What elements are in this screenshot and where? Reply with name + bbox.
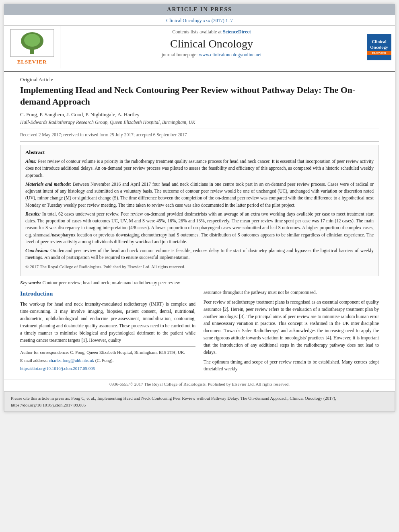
footnote-email-link[interactable]: charles.fong@uhb.nhs.uk	[49, 358, 94, 363]
col-right: assurance throughout the pathway must no…	[204, 289, 379, 376]
divider-1	[20, 129, 379, 129]
issn-line: 0936-6555/© 2017 The Royal College of Ra…	[4, 380, 395, 388]
footnote-email-line: E-mail address: charles.fong@uhb.nhs.uk …	[20, 357, 195, 364]
journal-header: Clinical Oncology xxx (2017) 1–7	[4, 15, 395, 72]
abstract-section: Abstract Aims: Peer review of contour vo…	[20, 145, 379, 276]
footnote-area: Author for correspondence: C. Fong, Quee…	[20, 346, 195, 376]
page: ARTICLE IN PRESS Clinical Oncology xxx (…	[4, 4, 395, 412]
abstract-aims: Aims: Peer review of contour volume is a…	[25, 158, 374, 179]
intro-left-p1: The work-up for head and neck intensity-…	[20, 301, 195, 344]
article-content: Original Article Implementing Head and N…	[4, 72, 395, 380]
clinical-oncology-logo: ClinicalOncology ELSEVIER	[367, 34, 391, 60]
copyright-line: © 2017 The Royal College of Radiologists…	[25, 263, 374, 270]
intro-left-body: The work-up for head and neck intensity-…	[20, 301, 195, 344]
bottom-bar: Please cite this article in press as: Fo…	[4, 391, 395, 412]
sciencedirect-link[interactable]: ScienceDirect	[223, 29, 251, 35]
doi-line: Clinical Oncology xxx (2017) 1–7	[4, 15, 395, 25]
received-line: Received 2 May 2017; received in revised…	[20, 132, 379, 137]
journal-header-content: ELSEVIER Contents lists available at Sci…	[4, 25, 395, 68]
abstract-methods: Materials and methods: Between November …	[25, 181, 374, 209]
journal-homepage-link[interactable]: www.clinicaloncologyonline.net	[199, 52, 261, 58]
two-col-intro: Introduction The work-up for head and ne…	[20, 289, 379, 380]
abstract-results: Results: In total, 62 cases underwent pe…	[25, 211, 374, 245]
co-logo-area: ClinicalOncology ELSEVIER	[363, 26, 395, 68]
abstract-conclusion: Conclusion: On-demand peer review of the…	[25, 247, 374, 261]
intro-heading: Introduction	[20, 289, 195, 298]
banner-text: ARTICLE IN PRESS	[167, 6, 232, 12]
doi-link[interactable]: https://doi.org/10.1016/j.clon.2017.09.0…	[20, 366, 95, 371]
footnote-author: Author for correspondence: C. Fong, Quee…	[20, 349, 195, 356]
citation-notice: Please cite this article in press as: Fo…	[11, 396, 336, 407]
doi-link-line: https://doi.org/10.1016/j.clon.2017.09.0…	[20, 365, 195, 372]
elsevier-tree-logo	[10, 29, 54, 57]
elsevier-logo-area: ELSEVIER	[4, 26, 60, 68]
intro-right-p1: assurance throughout the pathway must no…	[204, 289, 379, 296]
intro-right-p2: Peer review of radiotherapy treatment pl…	[204, 299, 379, 356]
sciencedirect-line: Contents lists available at ScienceDirec…	[172, 29, 251, 35]
intro-right-p3: The optimum timing and scope of peer rev…	[204, 359, 379, 373]
divider-2	[20, 141, 379, 142]
keywords-line: Key words: Contour peer review; head and…	[20, 280, 379, 285]
col-left: Introduction The work-up for head and ne…	[20, 289, 195, 376]
intro-right-body: assurance throughout the pathway must no…	[204, 289, 379, 373]
affiliation: Hall-Edwards Radiotherapy Research Group…	[20, 119, 379, 125]
abstract-text: Aims: Peer review of contour volume is a…	[25, 158, 374, 270]
abstract-title: Abstract	[25, 149, 374, 156]
journal-center: Contents lists available at ScienceDirec…	[60, 26, 363, 68]
top-banner: ARTICLE IN PRESS	[4, 4, 395, 15]
journal-homepage-line: journal homepage: www.clinicaloncologyon…	[162, 52, 262, 58]
elsevier-label: ELSEVIER	[17, 59, 47, 65]
journal-title: Clinical Oncology	[170, 37, 253, 50]
article-type: Original Article	[20, 76, 379, 83]
authors: C. Fong, P. Sanghera, J. Good, P. Nighti…	[20, 111, 379, 118]
svg-point-3	[24, 34, 40, 47]
article-title: Implementing Head and Neck Contouring Pe…	[20, 84, 379, 107]
